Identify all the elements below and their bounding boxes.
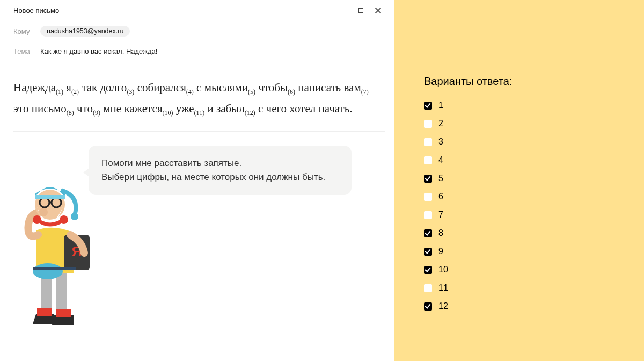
option-label: 7 [438,210,443,220]
checkbox[interactable] [424,175,432,183]
close-icon[interactable] [374,7,382,15]
word: чтобы [258,81,288,94]
compose-window: Новое письмо Кому nadusha1953@yandex.ru … [0,0,394,361]
option-label: 2 [438,119,443,128]
to-row: Кому nadusha1953@yandex.ru [13,20,385,42]
word: написать вам [298,81,361,94]
answer-option[interactable]: 5 [424,174,644,183]
subject-row: Тема Как же я давно вас искал, Надежда! [13,42,385,61]
gap-number: (5) [248,88,255,96]
gap-number: (3) [127,88,134,96]
speech-line: Выбери цифры, на месте которых они должн… [101,170,339,184]
gap-number: (2) [71,88,79,96]
email-body[interactable]: Надежда(1) я(2) так долго(3) собирался(4… [13,61,385,132]
svg-point-17 [60,215,68,224]
option-label: 1 [438,100,443,110]
checkbox[interactable] [424,266,432,274]
window-header: Новое письмо [13,6,385,20]
answer-option[interactable]: 12 [424,301,644,311]
options-list: 123456789101112 [424,100,644,311]
svg-point-16 [33,215,41,224]
option-label: 8 [438,228,443,238]
answer-option[interactable]: 10 [424,265,644,275]
speech-bubble: Помоги мне расставить запятые. Выбери ци… [89,146,352,196]
minimize-icon[interactable] [340,7,347,15]
option-label: 12 [438,301,448,311]
svg-rect-5 [56,309,71,317]
gap-number: (1) [56,88,63,96]
word: так долго [82,81,127,94]
gap-number: (8) [67,109,74,117]
svg-point-18 [39,208,48,216]
window-title: Новое письмо [13,6,59,15]
gap-number: (11) [194,109,205,117]
answer-option[interactable]: 11 [424,283,644,293]
checkbox[interactable] [424,193,432,201]
option-label: 6 [438,192,443,201]
word: собирался [137,81,186,94]
answer-option[interactable]: 2 [424,119,644,128]
gap-number: (4) [186,88,194,96]
option-label: 10 [438,265,448,275]
to-label: Кому [13,27,40,35]
subject-label: Тема [13,47,40,55]
checkbox[interactable] [424,248,432,256]
word: мне кажется [103,102,162,115]
checkbox[interactable] [424,229,432,237]
answer-option[interactable]: 6 [424,192,644,201]
word: с мыслями [196,81,248,94]
svg-point-15 [71,213,78,220]
gap-number: (10) [163,109,173,117]
answers-panel: Варианты ответа: 123456789101112 [394,0,644,361]
checkbox[interactable] [424,284,432,292]
maximize-icon[interactable] [357,7,364,15]
answer-option[interactable]: 3 [424,137,644,147]
gap-number: (7) [361,88,369,96]
answer-option[interactable]: 7 [424,210,644,220]
gap-number: (12) [245,109,255,117]
word: уже [176,102,194,115]
svg-rect-4 [37,308,52,316]
option-label: 11 [438,283,448,293]
window-controls [340,7,382,15]
svg-rect-9 [33,267,76,270]
character-illustration: Я [10,181,96,342]
answer-option[interactable]: 8 [424,228,644,238]
word: я [66,81,71,94]
option-label: 3 [438,137,443,147]
word: что [77,102,93,115]
gap-number: (6) [288,88,295,96]
checkbox[interactable] [424,138,432,146]
checkbox[interactable] [424,302,432,311]
svg-rect-14 [35,195,65,199]
word: и забыл [207,102,244,115]
option-label: 5 [438,174,443,183]
subject-input[interactable]: Как же я давно вас искал, Надежда! [40,47,157,55]
option-label: 4 [438,155,443,165]
checkbox[interactable] [424,102,432,110]
word: Надежда [13,81,56,94]
task-area: Помоги мне расставить запятые. Выбери ци… [13,143,385,337]
answer-option[interactable]: 1 [424,100,644,110]
option-label: 9 [438,247,443,256]
answers-title: Варианты ответа: [424,75,644,88]
checkbox[interactable] [424,211,432,219]
checkbox[interactable] [424,120,432,128]
word: с чего хотел начать. [258,102,353,115]
recipient-chip[interactable]: nadusha1953@yandex.ru [40,26,130,37]
answer-option[interactable]: 4 [424,155,644,165]
word: это письмо [13,102,67,115]
checkbox[interactable] [424,156,432,164]
answer-option[interactable]: 9 [424,247,644,256]
gap-number: (9) [93,109,100,117]
svg-point-8 [33,263,63,279]
speech-line: Помоги мне расставить запятые. [101,156,339,170]
